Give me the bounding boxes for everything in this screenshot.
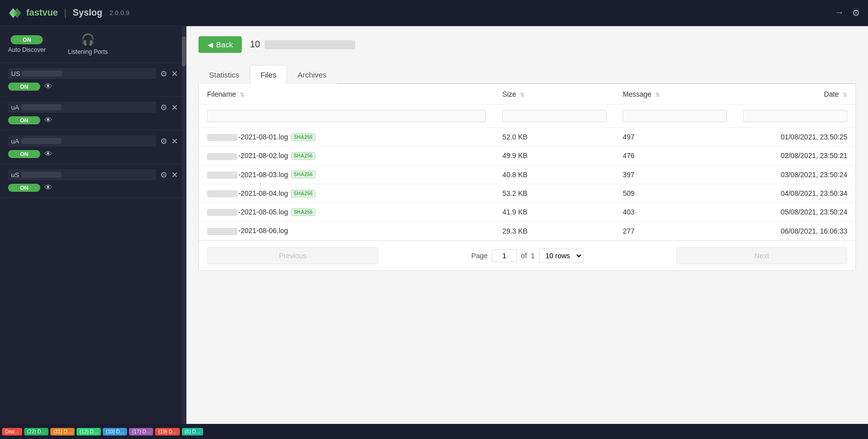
size-cell: 29.3 KB	[494, 222, 615, 240]
item-actions-4: ⚙ ✕	[160, 170, 178, 180]
sha256-badge[interactable]: SHA256	[291, 208, 315, 216]
tab-bar: Statistics Files Archives	[198, 65, 856, 84]
item-status-1: ON 👁	[8, 82, 178, 91]
col-message[interactable]: Message ⇅	[615, 84, 735, 105]
date-cell: 04/08/2021, 23:50:34	[735, 184, 855, 202]
item-status-4: ON 👁	[8, 183, 178, 192]
gear-button-4[interactable]: ⚙	[160, 170, 167, 180]
sidebar-item: US ⚙ ✕ ON 👁	[0, 63, 186, 97]
logo: fastvue | Syslog 2.0.0.9	[8, 6, 129, 20]
sidebar-item-header-4: uS ⚙ ✕	[8, 169, 178, 180]
tab-archives[interactable]: Archives	[287, 65, 338, 84]
topbar-actions: → ⚙	[835, 8, 860, 19]
sha256-badge[interactable]: SHA256	[291, 152, 315, 160]
sha256-badge[interactable]: SHA256	[291, 133, 315, 141]
logo-divider: |	[64, 7, 66, 19]
sort-icon-message: ⇅	[655, 92, 660, 98]
sidebar: ON Auto Discover 🎧 Listening Ports US ⚙ …	[0, 26, 186, 424]
filter-filename[interactable]	[207, 110, 486, 122]
delete-button-2[interactable]: ✕	[171, 103, 178, 112]
eye-button-3[interactable]: 👁	[44, 150, 52, 159]
filter-row	[199, 105, 855, 128]
item-actions-3: ⚙ ✕	[160, 136, 178, 146]
page-title: 10	[250, 39, 355, 50]
on-pill-1[interactable]: ON	[8, 83, 40, 91]
size-cell: 53.2 KB	[494, 184, 615, 202]
table-row: -2021-08-04.logSHA25653.2 KB50904/08/202…	[199, 184, 855, 202]
page-header: ◀ Back 10	[198, 36, 856, 53]
auto-discover-label: Auto Discover	[8, 46, 46, 53]
table-header-row: Filename ⇅ Size ⇅ Message ⇅ Date	[199, 84, 855, 105]
filename-cell: -2021-08-05.logSHA256	[199, 203, 494, 222]
back-label: Back	[216, 40, 233, 49]
col-date[interactable]: Date ⇅	[735, 84, 855, 105]
name-redacted-4	[21, 172, 61, 178]
listening-ports-label: Listening Ports	[68, 48, 108, 55]
size-cell: 52.0 KB	[494, 128, 615, 147]
filter-message[interactable]	[623, 110, 727, 122]
filename-cell: -2021-08-03.logSHA256	[199, 165, 494, 184]
status-chip: (31) D...	[50, 428, 75, 435]
sort-icon-filename: ⇅	[240, 92, 244, 98]
on-pill-4[interactable]: ON	[8, 184, 40, 192]
on-pill-3[interactable]: ON	[8, 150, 40, 158]
date-cell: 01/08/2021, 23:50:25	[735, 128, 855, 147]
title-redacted	[264, 40, 355, 49]
filter-date[interactable]	[743, 110, 847, 122]
filter-size[interactable]	[502, 110, 607, 122]
filename-cell: -2021-08-06.log	[199, 222, 494, 240]
pagination: Previous Page of 1 10 rows 25 rows 50 ro…	[199, 241, 855, 270]
gear-button-3[interactable]: ⚙	[160, 136, 167, 146]
content-area: ◀ Back 10 Statistics Files Archives	[186, 26, 868, 424]
status-chip: Disc...	[2, 428, 22, 435]
tab-files[interactable]: Files	[250, 65, 287, 84]
sidebar-item-name-3: uA	[8, 135, 156, 147]
sidebar-item-2: uA ⚙ ✕ ON 👁	[0, 97, 186, 130]
col-filename[interactable]: Filename ⇅	[199, 84, 494, 105]
delete-button-1[interactable]: ✕	[171, 69, 178, 79]
table-row: -2021-08-06.log29.3 KB27706/08/2021, 16:…	[199, 222, 855, 240]
status-chip: (8) D...	[182, 428, 204, 435]
back-button[interactable]: ◀ Back	[198, 36, 242, 53]
eye-button-4[interactable]: 👁	[44, 183, 52, 192]
page-info: Page of 1 10 rows 25 rows 50 rows	[471, 249, 583, 263]
date-cell: 03/08/2021, 23:50:24	[735, 165, 855, 184]
sort-icon-size: ⇅	[520, 92, 524, 98]
sidebar-item-header-3: uA ⚙ ✕	[8, 135, 178, 147]
table-row: -2021-08-02.logSHA25649.9 KB47602/08/202…	[199, 147, 855, 165]
message-cell: 509	[615, 184, 735, 202]
on-pill-2[interactable]: ON	[8, 116, 40, 124]
name-redacted-2	[21, 104, 61, 110]
back-arrow-icon: ◀	[208, 41, 213, 49]
logout-icon[interactable]: →	[835, 8, 844, 19]
settings-icon[interactable]: ⚙	[852, 8, 860, 19]
sidebar-item-name-1: US	[8, 68, 156, 79]
status-chip: (17) D...	[129, 428, 153, 435]
gear-button-1[interactable]: ⚙	[160, 69, 167, 79]
delete-button-4[interactable]: ✕	[171, 170, 178, 180]
eye-button-2[interactable]: 👁	[44, 116, 52, 125]
page-number-input[interactable]	[492, 249, 517, 262]
size-cell: 49.9 KB	[494, 147, 615, 165]
rows-per-page-select[interactable]: 10 rows 25 rows 50 rows	[539, 249, 583, 263]
table-row: -2021-08-03.logSHA25640.8 KB39703/08/202…	[199, 165, 855, 184]
sha256-badge[interactable]: SHA256	[291, 190, 315, 197]
sha256-badge[interactable]: SHA256	[291, 171, 315, 178]
item-status-3: ON 👁	[8, 150, 178, 159]
auto-discover-toggle[interactable]: ON	[11, 35, 43, 44]
version-label: 2.0.0.9	[109, 9, 129, 17]
gear-button-2[interactable]: ⚙	[160, 103, 167, 112]
files-panel: Filename ⇅ Size ⇅ Message ⇅ Date	[198, 84, 856, 271]
message-cell: 403	[615, 203, 735, 222]
brand-name: fastvue	[26, 8, 58, 18]
sort-icon-date: ⇅	[843, 92, 847, 98]
delete-button-3[interactable]: ✕	[171, 136, 178, 146]
previous-button[interactable]: Previous	[207, 247, 378, 264]
size-cell: 40.8 KB	[494, 165, 615, 184]
status-chip: (10) D...	[103, 428, 127, 435]
col-size[interactable]: Size ⇅	[494, 84, 615, 105]
next-button[interactable]: Next	[676, 247, 847, 264]
eye-button-1[interactable]: 👁	[44, 82, 52, 91]
filename-cell: -2021-08-04.logSHA256	[199, 184, 494, 202]
tab-statistics[interactable]: Statistics	[198, 65, 250, 84]
